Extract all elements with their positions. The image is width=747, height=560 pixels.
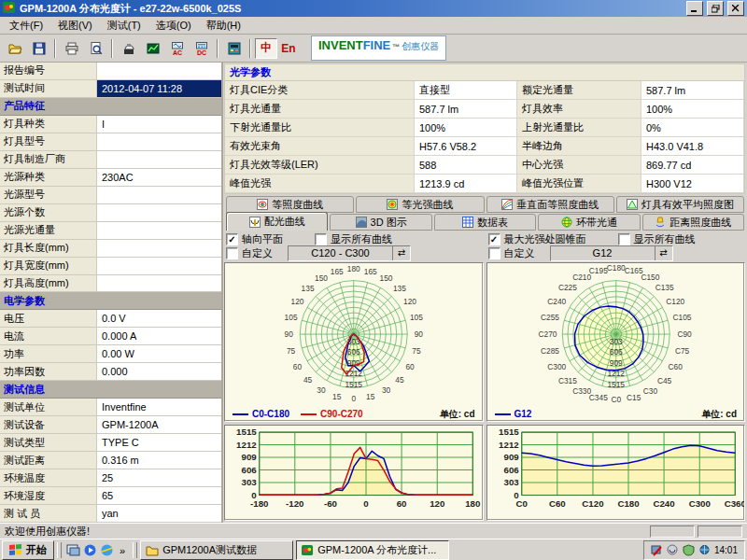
field-value[interactable]: 2012-04-07 11:28 [97, 80, 221, 97]
field-value[interactable]: TYPE C [97, 434, 221, 451]
checkbox-box[interactable] [618, 233, 630, 245]
cartesian-chart-right: 030360690912121515C0C60C120C180C240C300C… [487, 426, 745, 520]
clock: 14:01 [714, 545, 738, 555]
field-value[interactable]: 65 [97, 487, 221, 504]
svg-text:0: 0 [363, 498, 368, 509]
taskbar-grip [133, 542, 137, 558]
print-button[interactable] [60, 37, 83, 59]
field-value[interactable] [97, 275, 221, 292]
tab-avg-illuminance[interactable]: 灯具有效平均照度图 [616, 196, 744, 213]
axial-plane-checkbox[interactable]: 轴向平面 [226, 232, 283, 246]
tab-3d-view[interactable]: 3D 图示 [330, 214, 431, 231]
cycle-arrows-icon[interactable]: ⇄ [655, 246, 672, 260]
meter-button[interactable] [222, 37, 246, 59]
logo-part2: FINE [363, 38, 391, 52]
taskbar-task-folder[interactable]: GPM1200A测试数据 [140, 540, 293, 560]
status-text: 欢迎使用创惠仪器! [5, 525, 90, 539]
svg-text:C60: C60 [548, 498, 565, 509]
svg-text:150: 150 [315, 273, 328, 283]
cone-select-right[interactable]: G12⇄ [550, 245, 673, 261]
field-value[interactable] [97, 240, 221, 257]
minimize-button[interactable] [686, 1, 703, 16]
language-english-button[interactable]: En [278, 39, 299, 58]
optical-value: 100% [415, 119, 517, 137]
language-chinese-button[interactable]: 中 [255, 38, 277, 59]
close-button[interactable] [727, 1, 744, 16]
field-value[interactable]: 25 [97, 469, 221, 486]
internet-explorer-icon[interactable] [100, 543, 114, 557]
chevron-more-icon[interactable]: » [117, 545, 128, 556]
field-value[interactable] [97, 133, 221, 150]
custom-checkbox-left[interactable]: 自定义 [226, 246, 273, 260]
field-value[interactable]: 0.316 m [97, 452, 221, 469]
goniometer-button[interactable] [117, 37, 140, 59]
tab-distance-illuminance[interactable]: 距离照度曲线 [642, 214, 744, 231]
field-value[interactable]: 0.00 W [97, 345, 221, 362]
tray-shield-icon[interactable] [683, 544, 695, 556]
iso-illuminance-icon [257, 199, 268, 210]
plane-select-left[interactable]: C120 - C300⇄ [288, 245, 411, 261]
max-intensity-cone-checkbox[interactable]: 最大光强处圆锥面 [488, 232, 586, 246]
cycle-arrows-icon[interactable]: ⇄ [392, 246, 410, 260]
checkbox-box[interactable] [488, 247, 500, 259]
field-value[interactable]: GPM-1200A [97, 416, 221, 433]
field-value[interactable]: I [97, 116, 221, 133]
svg-text:303: 303 [242, 477, 258, 487]
print-icon [64, 41, 79, 56]
print-preview-button[interactable] [84, 37, 107, 59]
dc-power-button[interactable]: DC [190, 37, 213, 59]
field-value[interactable]: 0.0 V [97, 310, 221, 327]
media-player-icon[interactable] [83, 543, 97, 557]
checkbox-box[interactable] [488, 233, 500, 245]
field-value[interactable]: 0.000 [97, 363, 221, 380]
tab-iso-intensity[interactable]: 等光强曲线 [356, 196, 484, 213]
legend-label: C0-C180 [252, 409, 289, 419]
field-value[interactable] [97, 222, 221, 239]
show-desktop-icon[interactable] [66, 543, 80, 557]
field-value[interactable] [97, 187, 221, 203]
tab-polar-curve[interactable]: 配光曲线 [226, 212, 328, 231]
svg-text:606: 606 [242, 465, 258, 475]
ac-power-button[interactable]: AC [165, 37, 189, 59]
field-value[interactable] [97, 204, 221, 221]
checkbox-box[interactable] [315, 233, 327, 245]
restore-button[interactable] [707, 1, 724, 16]
svg-text:C210: C210 [572, 273, 591, 282]
menu-options[interactable]: 选项(O) [148, 17, 199, 35]
show-all-curves-checkbox-left[interactable]: 显示所有曲线 [315, 232, 392, 246]
tray-network-icon[interactable] [698, 544, 711, 556]
show-all-curves-checkbox-right[interactable]: 显示所有曲线 [618, 232, 696, 246]
checkbox-box[interactable] [226, 247, 238, 259]
menu-file[interactable]: 文件(F) [2, 17, 50, 35]
field-value[interactable]: 0.000 A [97, 328, 221, 344]
field-value[interactable] [97, 151, 221, 168]
field-value[interactable]: yan [97, 505, 221, 522]
menu-help[interactable]: 帮助(H) [199, 17, 248, 35]
tab-zonal-flux[interactable]: 环带光通 [538, 214, 640, 231]
save-button[interactable] [27, 37, 50, 59]
field-value[interactable] [97, 63, 221, 79]
start-button[interactable]: 开始 [2, 540, 54, 560]
custom-checkbox-right[interactable]: 自定义 [488, 246, 535, 260]
field-label: 灯具制造厂商 [0, 151, 97, 168]
open-button[interactable] [3, 37, 26, 59]
checkbox-box[interactable] [226, 233, 238, 245]
logo-cn: 创惠仪器 [402, 40, 439, 53]
menu-test[interactable]: 测试(T) [100, 17, 148, 35]
tab-iso-illuminance[interactable]: 等照度曲线 [226, 196, 354, 213]
tray-device-icon[interactable] [651, 544, 663, 556]
field-value[interactable]: 230AC [97, 169, 221, 186]
taskbar-task-app[interactable]: GPM-1200A 分布光度计... [296, 540, 449, 560]
menu-view[interactable]: 视图(V) [50, 17, 100, 35]
statusbar: 欢迎使用创惠仪器! [0, 523, 747, 539]
field-value[interactable]: Inventfine [97, 399, 221, 415]
svg-text:C180: C180 [606, 263, 625, 273]
chart-button[interactable] [141, 37, 164, 59]
tray-display-icon[interactable] [667, 544, 679, 556]
task-label: GPM-1200A 分布光度计... [317, 543, 436, 557]
svg-text:45: 45 [395, 375, 404, 385]
checkbox-label: 自定义 [242, 246, 273, 260]
field-value[interactable] [97, 258, 221, 274]
tab-data-table[interactable]: 数据表 [434, 214, 536, 231]
tab-vertical-iso-illuminance[interactable]: 垂直面等照度曲线 [486, 196, 614, 213]
